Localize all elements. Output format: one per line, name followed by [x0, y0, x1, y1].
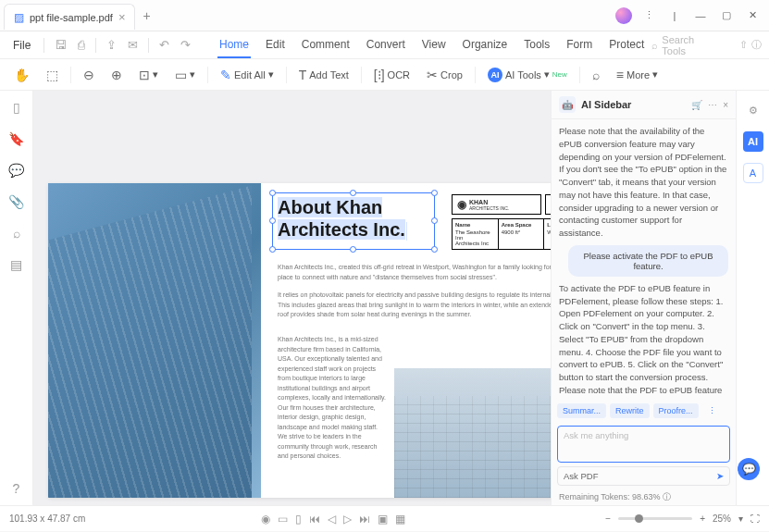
search-icon[interactable]: ⌕: [651, 40, 658, 51]
tab-view[interactable]: View: [420, 32, 448, 58]
fullscreen-icon[interactable]: ⛶: [750, 513, 760, 524]
first-page-icon[interactable]: ⏮: [309, 513, 320, 526]
zoom-in-button[interactable]: ⊕: [106, 65, 127, 85]
minimize-button[interactable]: —: [691, 6, 710, 25]
layers-icon[interactable]: ▤: [10, 257, 22, 272]
resize-handle[interactable]: [269, 217, 276, 224]
assistant-orb-icon[interactable]: [615, 7, 632, 24]
thumbnails-icon[interactable]: ▯: [13, 100, 20, 115]
tab-convert[interactable]: Convert: [365, 32, 407, 58]
summarize-button[interactable]: Summar...: [557, 403, 606, 418]
tab-protect[interactable]: Protect: [607, 32, 646, 58]
resize-handle[interactable]: [350, 246, 356, 253]
last-page-icon[interactable]: ⏭: [359, 513, 370, 526]
ask-pdf-button[interactable]: Ask PDF ➤: [557, 466, 730, 486]
bookmarks-icon[interactable]: 🔖: [8, 131, 24, 146]
email-icon[interactable]: ✉: [125, 38, 141, 52]
sidebar-title: AI Sidebar: [581, 99, 631, 110]
page-display-button[interactable]: ▭▾: [170, 65, 200, 85]
tab-edit[interactable]: Edit: [264, 32, 287, 58]
ai-panel-icon[interactable]: AI: [743, 131, 763, 152]
more-actions-icon[interactable]: ⋮: [702, 403, 722, 418]
ocr-button[interactable]: [⁝]OCR: [369, 65, 415, 85]
tab-tools[interactable]: Tools: [522, 32, 552, 58]
resize-handle[interactable]: [431, 246, 438, 253]
selection-box[interactable]: [272, 192, 435, 250]
add-tab-button[interactable]: +: [143, 8, 150, 23]
close-window-button[interactable]: ✕: [743, 6, 762, 25]
add-text-button[interactable]: TAdd Text: [294, 65, 353, 85]
cloud-icon[interactable]: ⇧: [739, 39, 748, 51]
proofread-button[interactable]: Proofre...: [653, 403, 699, 418]
divider: [95, 38, 96, 53]
sidebar-close-icon[interactable]: ×: [723, 100, 728, 110]
resize-handle[interactable]: [431, 190, 438, 196]
ai-sidebar: 🤖 AI Sidebar 🛒 ⋯ × Please note that the …: [551, 91, 736, 505]
view-mode2-icon[interactable]: ▦: [395, 513, 405, 526]
layout2-icon[interactable]: ▯: [295, 513, 302, 526]
resize-handle[interactable]: [269, 246, 276, 253]
send-icon[interactable]: ➤: [716, 471, 724, 481]
sidebar-more-icon[interactable]: ⋯: [708, 100, 717, 110]
select-tool[interactable]: ⬚: [42, 65, 63, 85]
document-canvas[interactable]: About Khan Architects Inc. ◉ KHANARCHITE…: [33, 91, 551, 505]
info-icon[interactable]: ⓘ: [663, 492, 671, 501]
titlebar: ▨ ppt file-sample.pdf × + ⋮ | — ▢ ✕: [0, 0, 769, 31]
help-icon[interactable]: ⓘ: [751, 38, 762, 52]
rewrite-button[interactable]: Rewrite: [610, 403, 650, 418]
view-mode-icon[interactable]: ▣: [378, 513, 388, 526]
paragraph-3: Khan Architects Inc., is a mid-sized arc…: [278, 335, 389, 462]
undo-icon[interactable]: ↶: [156, 38, 172, 52]
zoom-out-button[interactable]: ⊖: [79, 65, 99, 85]
help-panel-icon[interactable]: ?: [13, 481, 20, 496]
crop-button[interactable]: ✂Crop: [422, 65, 467, 85]
resize-handle[interactable]: [431, 217, 438, 224]
search-panel-icon[interactable]: ⌕: [13, 226, 20, 241]
chat-fab-button[interactable]: 💬: [738, 458, 760, 480]
divider-icon: |: [665, 6, 684, 25]
attachments-icon[interactable]: 📎: [8, 194, 24, 209]
more-tools-button[interactable]: ≡More▾: [612, 65, 663, 85]
file-menu[interactable]: File: [7, 39, 36, 52]
cart-icon[interactable]: 🛒: [691, 100, 702, 110]
ai-tools-button[interactable]: AIAI Tools▾New: [483, 65, 572, 85]
resize-handle[interactable]: [350, 190, 356, 196]
zoom-out-icon[interactable]: −: [605, 513, 611, 524]
tab-form[interactable]: Form: [564, 32, 594, 58]
resize-handle[interactable]: [269, 190, 276, 196]
save-icon[interactable]: 🖫: [52, 38, 69, 52]
search-tools-input[interactable]: Search Tools: [662, 34, 708, 56]
maximize-button[interactable]: ▢: [717, 6, 736, 25]
page-nav-icon[interactable]: ◉: [261, 513, 270, 526]
hand-tool[interactable]: ✋: [9, 65, 34, 85]
settings-icon[interactable]: ⚙: [743, 100, 763, 120]
zoom-in-icon[interactable]: +: [700, 513, 705, 524]
quick-actions: Summar... Rewrite Proofre... ⋮: [552, 400, 736, 422]
next-page-icon[interactable]: ▷: [343, 513, 352, 526]
tab-comment[interactable]: Comment: [300, 32, 352, 58]
separator: [475, 67, 476, 83]
zoom-value[interactable]: 25%: [713, 513, 731, 524]
search-doc-button[interactable]: ⌕: [588, 65, 604, 85]
translate-icon[interactable]: A: [743, 163, 763, 183]
zoom-dropdown-icon[interactable]: ▾: [738, 513, 743, 524]
more-icon[interactable]: ⋮: [639, 6, 658, 25]
document-tab[interactable]: ▨ ppt file-sample.pdf ×: [4, 4, 135, 30]
edit-all-button[interactable]: ✎Edit All▾: [216, 65, 279, 85]
share-icon[interactable]: ⇪: [104, 38, 119, 52]
pdf-icon: ▨: [14, 11, 24, 24]
zoom-slider[interactable]: [618, 517, 692, 520]
tab-home[interactable]: Home: [217, 32, 251, 58]
print-icon[interactable]: ⎙: [75, 38, 88, 52]
separator: [70, 67, 71, 83]
divider: [148, 38, 149, 53]
redo-icon[interactable]: ↷: [178, 38, 193, 52]
layout-icon[interactable]: ▭: [278, 513, 288, 526]
close-icon[interactable]: ×: [118, 10, 126, 24]
comments-icon[interactable]: 💬: [8, 163, 24, 178]
ask-input[interactable]: Ask me anything: [557, 426, 730, 463]
tab-organize[interactable]: Organize: [461, 32, 510, 58]
fit-page-button[interactable]: ⊡▾: [134, 65, 163, 85]
prev-page-icon[interactable]: ◁: [328, 513, 336, 526]
building-image-right: [394, 368, 551, 498]
